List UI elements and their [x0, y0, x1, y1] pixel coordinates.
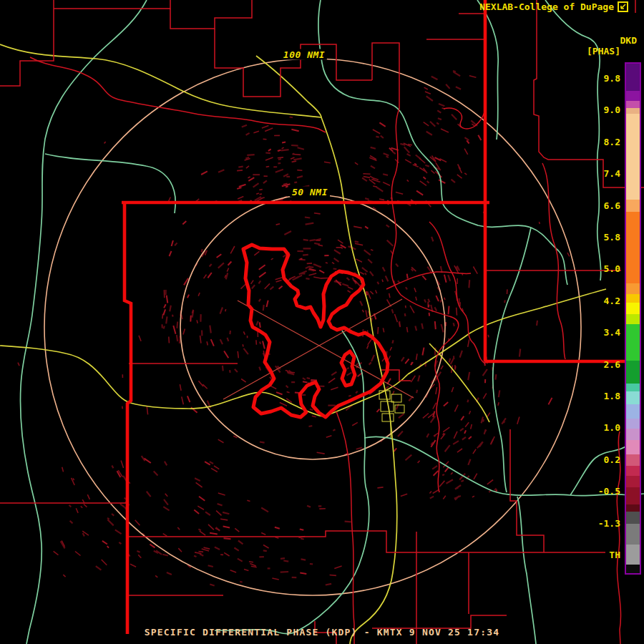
map-line	[215, 29, 372, 97]
map-line	[170, 0, 252, 29]
colorbar-segment	[626, 429, 640, 440]
brand-header: NEXLAB-College of DuPage	[479, 1, 628, 12]
colorbar-tick-label: 1.0	[570, 422, 620, 434]
map-line	[386, 272, 471, 289]
colorbar-tick-label: TH	[570, 550, 620, 561]
range-ring-label-50nmi: 50 NMI	[290, 187, 330, 197]
map-line	[379, 391, 390, 399]
colorbar-segment	[626, 404, 640, 419]
colorbar-tick-label: 1.8	[570, 391, 620, 402]
colorbar-scale	[625, 62, 641, 575]
map-line	[45, 154, 175, 213]
map-line	[215, 331, 369, 634]
colorbar-segment	[626, 545, 640, 565]
map-line	[238, 301, 414, 398]
range-ring-label-100nmi: 100 NMI	[281, 49, 327, 60]
colorbar-tick-label: -1.3	[570, 518, 620, 530]
range-ring-50nmi	[180, 195, 445, 459]
colorbar-tick-label: 3.4	[570, 327, 620, 338]
colorbar-tick-label: 9.0	[570, 104, 620, 116]
radar-map	[0, 0, 644, 644]
colorbar-segment	[626, 512, 640, 524]
colorbar-tick-label: 5.8	[570, 232, 620, 243]
product-info: DKD [PHAS]	[587, 35, 637, 57]
state-border-lines	[122, 0, 625, 634]
colorbar-segment	[626, 524, 640, 545]
map-line	[429, 343, 489, 422]
colorbar-segment	[626, 384, 640, 391]
map-line	[477, 0, 498, 140]
river-lines	[20, 0, 644, 644]
map-line	[336, 411, 354, 644]
map-line	[0, 0, 54, 86]
colorbar-tick-label: 5.0	[570, 263, 620, 275]
colorbar-segment	[626, 303, 640, 314]
colorbar-segment	[626, 487, 640, 504]
colorbar-segment	[626, 91, 640, 101]
colorbar-tick-label: 8.2	[570, 137, 620, 148]
state-border-west	[125, 203, 131, 634]
road-lines	[0, 44, 606, 644]
colorbar-segment	[626, 64, 640, 91]
map-line	[391, 394, 401, 402]
colorbar-tick-label: 4.2	[570, 296, 620, 307]
colorbar-segment	[626, 419, 640, 429]
colorbar-segment	[626, 361, 640, 384]
colorbar-tick-label: 9.8	[570, 73, 620, 84]
product-caption: SPECIFIC DIFFERENTIAL PHASE (KDP) - KMTX…	[0, 627, 644, 638]
colorbar-tick-label: -0.5	[570, 486, 620, 497]
colorbar-tick-label: 6.6	[570, 200, 620, 212]
map-line	[0, 346, 408, 416]
colorbar-segment	[626, 314, 640, 324]
colorbar-segment	[626, 283, 640, 294]
colorbar-segment	[626, 466, 640, 476]
colorbar-segment	[626, 200, 640, 212]
colorbar-tick-label: 7.4	[570, 168, 620, 180]
map-line	[542, 163, 565, 359]
colorbar-segment	[626, 440, 640, 454]
cod-diagonal-arrow-logo-icon	[618, 1, 628, 12]
map-line	[517, 497, 536, 644]
colorbar-segment	[626, 454, 640, 466]
map-line	[382, 414, 394, 421]
colorbar-segment	[626, 391, 640, 404]
colorbar-tick-label: 0.2	[570, 454, 620, 466]
map-line	[372, 43, 399, 109]
product-units: [PHAS]	[587, 46, 620, 57]
colorbar-segment	[626, 324, 640, 361]
radar-display: 50 NMI 100 NMI NEXLAB-College of DuPage …	[0, 0, 644, 644]
map-line	[444, 108, 484, 129]
colorbar-segment	[626, 294, 640, 303]
colorbar-segment	[626, 108, 640, 114]
colorbar-segment	[626, 476, 640, 487]
colorbar-segment	[626, 101, 640, 108]
colorbar-segment	[626, 114, 640, 200]
brand-text: NEXLAB-College of DuPage	[479, 1, 614, 12]
colorbar-segment	[626, 504, 640, 512]
map-line	[510, 429, 544, 552]
colorbar-segment	[626, 212, 640, 283]
map-line	[54, 0, 170, 9]
colorbar-tick-label: 2.6	[570, 359, 620, 371]
colorbar-segment	[626, 565, 640, 573]
product-code: DKD	[587, 35, 637, 46]
